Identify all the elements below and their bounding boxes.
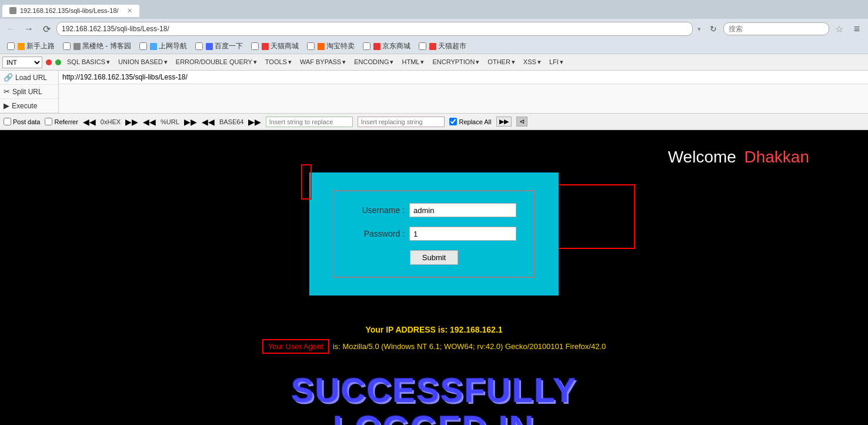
- bookmark-heilou[interactable]: 黑楼绝 - 博客园: [59, 40, 135, 52]
- menu-error-double[interactable]: ERROR/DOUBLE QUERY: [173, 57, 259, 67]
- refresh-button[interactable]: ↻: [706, 21, 721, 36]
- replace-arrow-left[interactable]: ⊲: [516, 117, 528, 127]
- menu-encryption[interactable]: ENCRYPTION: [430, 57, 482, 67]
- left-panel: 🔗 Load URL ✂ Split URL ▶ Execute: [0, 71, 59, 113]
- forward-button[interactable]: →: [21, 21, 36, 36]
- dropdown-arrow[interactable]: ▾: [695, 25, 703, 33]
- bookmarks-bar: 新手上路 黑楼绝 - 博客园 上网导航 百度一下 天猫商城 淘宝特卖: [0, 39, 868, 54]
- bookmark-check-6[interactable]: [307, 42, 315, 50]
- menu-html[interactable]: HTML: [399, 57, 426, 67]
- referrer-label: Referrer: [54, 118, 78, 125]
- bookmark-xinshoulv[interactable]: 新手上路: [4, 40, 58, 52]
- menu-button[interactable]: ≡: [849, 21, 864, 36]
- url-input-area: [59, 71, 868, 113]
- replace-all-checkbox[interactable]: [449, 118, 457, 125]
- referrer-check[interactable]: Referrer: [45, 118, 78, 125]
- load-url-button[interactable]: 🔗 Load URL: [0, 71, 58, 85]
- login-area: Username : Password : Submit: [309, 172, 559, 295]
- bookmark-taobao[interactable]: 淘宝特卖: [303, 40, 358, 52]
- back-button[interactable]: ←: [4, 21, 19, 36]
- bookmark-check-3[interactable]: [139, 42, 147, 50]
- reload-button[interactable]: ⟳: [39, 21, 54, 36]
- password-input[interactable]: [409, 227, 516, 241]
- hex-btn[interactable]: 0xHEX: [101, 118, 121, 125]
- arrow-left-1: ◀◀: [83, 117, 96, 127]
- bookmark-check-5[interactable]: [251, 42, 259, 50]
- bookmark-icon-4: [206, 43, 213, 50]
- bookmark-check-8[interactable]: [419, 42, 426, 50]
- bookmark-check-2[interactable]: [63, 42, 71, 50]
- insert-replace-input[interactable]: [266, 117, 353, 127]
- welcome-text: Welcome: [668, 148, 736, 166]
- referrer-checkbox[interactable]: [45, 118, 52, 125]
- menu-xss[interactable]: XSS: [521, 57, 543, 67]
- split-url-icon: ✂: [4, 87, 10, 96]
- success-line1: SUCCESSFULLY: [291, 371, 577, 409]
- bookmark-label-6: 淘宝特卖: [326, 41, 355, 51]
- bookmark-label-8: 天猫超市: [438, 41, 466, 51]
- ua-value: is: Mozilla/5.0 (Windows NT 6.1; WOW64; …: [329, 342, 606, 351]
- ip-text: Your IP ADDRESS is: 192.168.162.1: [262, 325, 606, 334]
- base64-btn[interactable]: BASE64: [219, 118, 244, 125]
- arrow-right-3: ▶▶: [248, 117, 261, 127]
- menu-lfi[interactable]: LFI: [547, 57, 566, 67]
- menu-encoding[interactable]: ENCODING: [352, 57, 396, 67]
- arrow-left-2: ◀◀: [143, 117, 156, 127]
- post-data-check[interactable]: Post data: [4, 118, 40, 125]
- password-row: Password :: [352, 227, 516, 241]
- insert-replacing-input[interactable]: [358, 117, 445, 127]
- execute-button[interactable]: ▶ Execute: [0, 99, 58, 113]
- user-agent-row: Your User Agent is: Mozilla/5.0 (Windows…: [262, 339, 606, 354]
- toolbar-row1: INT STRING SQL BASICS UNION BASED ERROR/…: [0, 54, 868, 71]
- url-encode-btn[interactable]: %URL: [161, 118, 179, 125]
- bookmark-tianmao2[interactable]: 天猫超市: [415, 40, 470, 52]
- welcome-section: Welcome Dhakkan: [0, 130, 868, 167]
- search-input[interactable]: [723, 22, 829, 35]
- bookmark-check-7[interactable]: [363, 42, 370, 50]
- bookmark-label-1: 新手上路: [26, 41, 55, 51]
- menu-other[interactable]: OTHER: [485, 57, 518, 67]
- bookmarks-button[interactable]: ☆: [832, 21, 847, 36]
- active-tab[interactable]: 192.168.162.135/sqli-libs/Less-18/ ✕: [2, 5, 139, 17]
- red-box-left: [301, 164, 312, 200]
- ua-label: Your User Agent: [262, 339, 329, 354]
- bookmark-icon-3: [150, 43, 157, 50]
- bookmark-shangwang[interactable]: 上网导航: [136, 40, 191, 52]
- welcome-name: Dhakkan: [744, 148, 809, 166]
- replace-arrow-right[interactable]: ▶▶: [496, 117, 512, 127]
- bookmark-jd[interactable]: 京东商城: [359, 40, 414, 52]
- menu-waf-bypass[interactable]: WAF BYPASS: [298, 57, 348, 67]
- post-data-checkbox[interactable]: [4, 118, 11, 125]
- execute-icon: ▶: [4, 101, 9, 110]
- success-section: SUCCESSFULLY LOGGED IN: [291, 371, 577, 425]
- menu-sql-basics[interactable]: SQL BASICS: [65, 57, 112, 67]
- bookmark-label-7: 京东商城: [382, 41, 410, 51]
- type-select[interactable]: INT STRING: [2, 57, 42, 68]
- bookmark-tianmao[interactable]: 天猫商城: [248, 40, 302, 52]
- split-url-button[interactable]: ✂ Split URL: [0, 85, 58, 99]
- nav-bar: ← → ⟳ ▾ ↻ ☆ ≡: [0, 19, 868, 39]
- bookmark-icon-6: [318, 43, 325, 50]
- browser-chrome: 192.168.162.135/sqli-libs/Less-18/ ✕ ← →…: [0, 0, 868, 130]
- main-content: Welcome Dhakkan Username : Password : Su…: [0, 130, 868, 425]
- success-line2: LOGGED IN: [291, 409, 577, 425]
- login-form-inner: Username : Password : Submit: [333, 190, 535, 278]
- submit-button[interactable]: Submit: [410, 250, 458, 265]
- bookmark-check-1[interactable]: [7, 42, 15, 50]
- menu-tools[interactable]: TOOLS: [263, 57, 294, 67]
- url-encode-label: %URL: [161, 118, 179, 125]
- bookmark-icon-8: [429, 43, 436, 50]
- username-row: Username :: [352, 203, 516, 217]
- bookmark-baidu[interactable]: 百度一下: [192, 40, 246, 52]
- bookmark-check-4[interactable]: [195, 42, 203, 50]
- tab-close-button[interactable]: ✕: [127, 7, 132, 15]
- execute-label: Execute: [12, 102, 37, 110]
- toolbar-row3: Post data Referrer ◀◀ 0xHEX ▶▶ ◀◀ %URL ▶…: [0, 114, 868, 130]
- replace-all-check[interactable]: Replace All: [449, 118, 491, 125]
- address-bar[interactable]: [56, 22, 693, 36]
- tab-bar: 192.168.162.135/sqli-libs/Less-18/ ✕: [0, 0, 868, 19]
- menu-union-based[interactable]: UNION BASED: [116, 57, 170, 67]
- url-input[interactable]: [59, 71, 868, 84]
- replace-all-label: Replace All: [459, 118, 491, 125]
- username-input[interactable]: [409, 203, 516, 217]
